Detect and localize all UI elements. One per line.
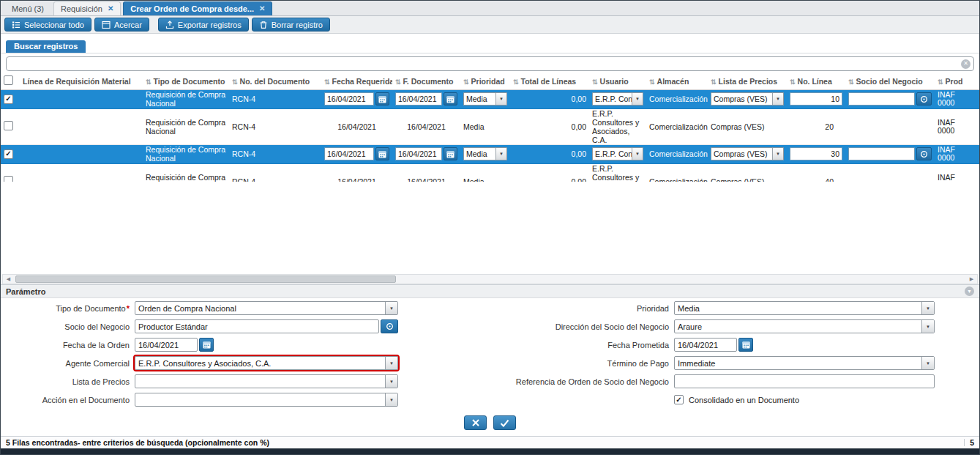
lista-precios-select[interactable]: Compras (VES)▼ [711,92,784,106]
direccion-socio-select[interactable]: Araure▼ [674,319,935,333]
scroll-right-icon[interactable]: ▶ [966,275,977,284]
column-header-tipo-documento[interactable]: ⇅Tipo de Documento [143,73,229,89]
column-header-almacen[interactable]: ⇅Almacén [646,73,708,89]
calendar-button[interactable] [199,338,214,352]
lista-precios-param-select[interactable]: ▼ [135,374,398,388]
close-tab-icon[interactable]: ✕ [108,5,113,12]
chevron-down-icon[interactable]: ▼ [772,148,783,160]
delete-record-button[interactable]: Borrar registro [252,18,330,32]
record-info-button[interactable] [381,319,398,333]
clear-search-icon[interactable]: ✕ [961,59,970,69]
parametro-header: Parámetro ▾ [1,284,979,298]
cell-total-lineas: 0,00 [510,108,589,144]
chevron-down-icon[interactable]: ▼ [385,393,397,406]
zoom-button[interactable]: Acercar [94,18,149,32]
column-header-total-lineas[interactable]: ⇅Total de Líneas [510,73,589,89]
chevron-down-icon[interactable]: ▼ [772,93,783,105]
prioridad-select[interactable]: Media▼ [463,92,507,106]
column-header-no-documento[interactable]: ⇅No. del Documento [229,73,321,89]
cell-lista-precios: Compras (VES) [708,108,787,144]
calendar-button[interactable] [444,92,457,106]
select-all-button[interactable]: Seleccionar todo [4,18,91,32]
required-marker: * [127,304,130,313]
fecha-documento-input[interactable] [395,147,442,160]
table-row[interactable]: ✓ Requisición de Compra Nacional RCN-4 M… [1,144,979,163]
tipo-documento-select[interactable]: Orden de Compra Nacional▼ [135,301,398,315]
tab-requisicion[interactable]: Requisición✕ [53,1,121,15]
horizontal-scrollbar[interactable]: ◀ ▶ [2,274,978,284]
column-header-lista-precios[interactable]: ⇅Lista de Precios [708,73,787,89]
prioridad-select[interactable]: Media▼ [463,147,507,160]
sort-icon: ⇅ [649,78,655,86]
chevron-down-icon[interactable]: ▼ [495,93,506,105]
scroll-left-icon[interactable]: ◀ [3,275,14,284]
column-header-f-documento[interactable]: ⇅F. Documento [392,73,460,89]
cell-socio-negocio [845,163,935,182]
cell-tipo-documento: Requisición de Compra Nacional [143,144,229,163]
select-all-checkbox[interactable] [4,75,13,85]
column-header-linea-requisicion[interactable]: Línea de Requisición Material [20,73,143,89]
tab-menu[interactable]: Menú (3) [4,1,51,15]
column-header-usuario[interactable]: ⇅Usuario [589,73,646,89]
column-header-fecha-requerida[interactable]: ⇅Fecha Requerida [321,73,392,89]
table-row[interactable]: Requisición de Compra Nacional RCN-4 16/… [1,163,979,182]
chevron-down-icon[interactable]: ▼ [385,375,397,388]
chevron-down-icon[interactable]: ▼ [921,302,934,314]
row-checkbox[interactable] [4,176,13,182]
socio-negocio-param-input[interactable] [135,319,379,333]
column-header-socio-negocio[interactable]: ⇅Socio del Negocio [845,73,935,89]
calendar-button[interactable] [738,338,753,352]
consolidado-checkbox[interactable]: ✓ [674,395,684,404]
table-row[interactable]: ✓ Requisición de Compra Nacional RCN-4 M… [1,89,979,108]
fecha-requerida-input[interactable] [324,147,374,160]
cancel-button[interactable] [464,415,487,430]
record-info-button[interactable] [916,147,932,160]
row-checkbox[interactable]: ✓ [4,95,13,104]
scrollbar-track[interactable] [14,275,966,284]
row-checkbox[interactable]: ✓ [4,149,13,159]
tab-crear-orden-compra[interactable]: Crear Orden de Compra desde...✕ [123,1,272,15]
chevron-down-icon[interactable]: ▼ [385,302,397,314]
column-header-prioridad[interactable]: ⇅Prioridad [460,73,510,89]
no-linea-input[interactable] [790,92,842,106]
close-tab-icon[interactable]: ✕ [259,5,265,12]
usuario-select[interactable]: E.R.P. Consultores y Asociados, C.A.▼ [592,147,643,160]
socio-negocio-input[interactable] [848,147,915,160]
termino-pago-select[interactable]: Immediate▼ [674,356,935,370]
row-checkbox[interactable] [4,121,13,130]
usuario-select[interactable]: E.R.P. Consultores y Asociados, C.A.▼ [592,92,643,106]
fecha-orden-input[interactable] [135,338,198,352]
sort-icon: ⇅ [711,78,717,86]
agente-comercial-select[interactable]: E.R.P. Consultores y Asociados, C.A.▼ [135,356,398,370]
fecha-documento-input[interactable] [395,92,442,106]
calendar-button[interactable] [375,92,389,106]
chevron-down-icon[interactable]: ▼ [632,148,643,160]
chevron-down-icon[interactable]: ▼ [632,93,643,105]
horizontal-scrollbar-thumb[interactable] [15,275,396,283]
no-linea-input[interactable] [790,147,842,160]
collapse-panel-icon[interactable]: ▾ [965,286,974,296]
column-header-no-linea[interactable]: ⇅No. Línea [787,73,845,89]
record-info-button[interactable] [916,92,932,106]
tab-buscar-registros[interactable]: Buscar registros [6,40,86,53]
calendar-button[interactable] [375,147,389,160]
referencia-orden-input[interactable] [674,374,935,388]
chevron-down-icon[interactable]: ▼ [495,148,506,160]
chevron-down-icon[interactable]: ▼ [385,357,397,369]
cell-total-lineas: 0,00 [510,163,589,182]
chevron-down-icon[interactable]: ▼ [921,320,934,333]
socio-negocio-input[interactable] [848,92,915,106]
accion-documento-select[interactable]: ▼ [135,393,398,407]
fecha-requerida-input[interactable] [324,92,374,106]
cell-lista-precios: Compras (VES) [708,163,787,182]
table-row[interactable]: Requisición de Compra Nacional RCN-4 16/… [1,108,979,144]
search-input[interactable] [7,57,973,70]
ok-button[interactable] [493,415,516,430]
column-header-producto[interactable]: ⇅Prod [935,73,979,89]
fecha-prometida-input[interactable] [674,338,737,352]
export-records-button[interactable]: Exportar registros [158,18,249,32]
lista-precios-select[interactable]: Compras (VES)▼ [711,147,784,160]
chevron-down-icon[interactable]: ▼ [921,357,934,369]
prioridad-param-select[interactable]: Media▼ [674,301,935,315]
calendar-button[interactable] [444,147,457,160]
